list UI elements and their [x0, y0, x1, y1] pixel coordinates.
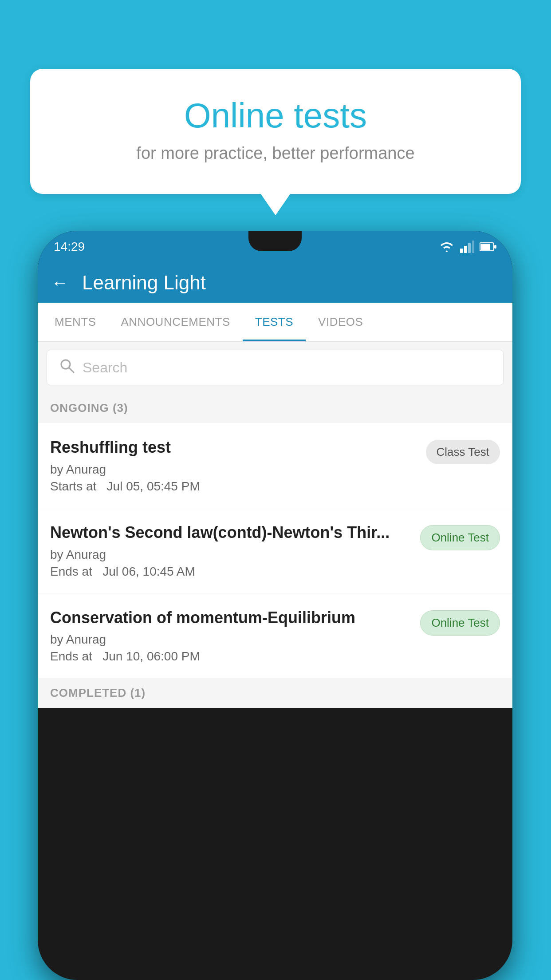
app-title: Learning Light — [82, 272, 206, 294]
speech-bubble: Online tests for more practice, better p… — [30, 69, 521, 194]
svg-rect-3 — [472, 241, 474, 253]
tabs-bar: MENTS ANNOUNCEMENTS TESTS VIDEOS — [38, 303, 512, 342]
tab-announcements[interactable]: ANNOUNCEMENTS — [109, 303, 243, 341]
wifi-icon — [439, 241, 455, 253]
test-badge-3: Online Test — [420, 610, 500, 636]
status-icons — [439, 241, 496, 253]
svg-rect-6 — [494, 245, 496, 249]
phone-notch — [248, 231, 302, 251]
svg-rect-2 — [468, 243, 471, 253]
test-item-2[interactable]: Newton's Second law(contd)-Newton's Thir… — [38, 508, 512, 593]
completed-section-header: COMPLETED (1) — [38, 678, 512, 708]
test-info-2: Newton's Second law(contd)-Newton's Thir… — [50, 522, 420, 579]
status-bar: 14:29 — [38, 231, 512, 263]
svg-line-8 — [69, 368, 74, 372]
test-badge-2: Online Test — [420, 525, 500, 550]
bubble-title: Online tests — [66, 95, 485, 136]
bubble-subtitle: for more practice, better performance — [66, 144, 485, 163]
phone-frame: 14:29 ← Learning Li — [38, 231, 512, 980]
test-author-3: by Anurag — [50, 632, 411, 647]
status-time: 14:29 — [54, 240, 85, 254]
test-date-3: Ends at Jun 10, 06:00 PM — [50, 649, 411, 664]
svg-rect-0 — [460, 249, 463, 253]
search-bar[interactable]: Search — [47, 350, 504, 385]
test-name-1: Reshuffling test — [50, 437, 417, 458]
search-placeholder: Search — [83, 360, 127, 376]
test-info-1: Reshuffling test by Anurag Starts at Jul… — [50, 437, 426, 494]
tab-videos[interactable]: VIDEOS — [306, 303, 375, 341]
search-icon — [59, 358, 75, 377]
test-item-3[interactable]: Conservation of momentum-Equilibrium by … — [38, 593, 512, 679]
test-author-1: by Anurag — [50, 462, 417, 477]
svg-rect-5 — [480, 244, 490, 250]
test-name-3: Conservation of momentum-Equilibrium — [50, 608, 411, 628]
test-date-2: Ends at Jul 06, 10:45 AM — [50, 565, 411, 579]
test-author-2: by Anurag — [50, 548, 411, 562]
search-container: Search — [38, 342, 512, 393]
test-list: Reshuffling test by Anurag Starts at Jul… — [38, 423, 512, 678]
test-name-2: Newton's Second law(contd)-Newton's Thir… — [50, 522, 411, 543]
ongoing-section-header: ONGOING (3) — [38, 393, 512, 423]
tab-ments[interactable]: MENTS — [42, 303, 109, 341]
test-info-3: Conservation of momentum-Equilibrium by … — [50, 608, 420, 664]
svg-rect-1 — [464, 246, 467, 253]
battery-icon — [480, 242, 496, 252]
app-header: ← Learning Light — [38, 263, 512, 303]
test-badge-1: Class Test — [426, 440, 500, 464]
back-button[interactable]: ← — [51, 273, 69, 293]
test-item-1[interactable]: Reshuffling test by Anurag Starts at Jul… — [38, 423, 512, 508]
signal-icon — [460, 241, 474, 253]
test-date-1: Starts at Jul 05, 05:45 PM — [50, 479, 417, 494]
tab-tests[interactable]: TESTS — [243, 303, 306, 341]
